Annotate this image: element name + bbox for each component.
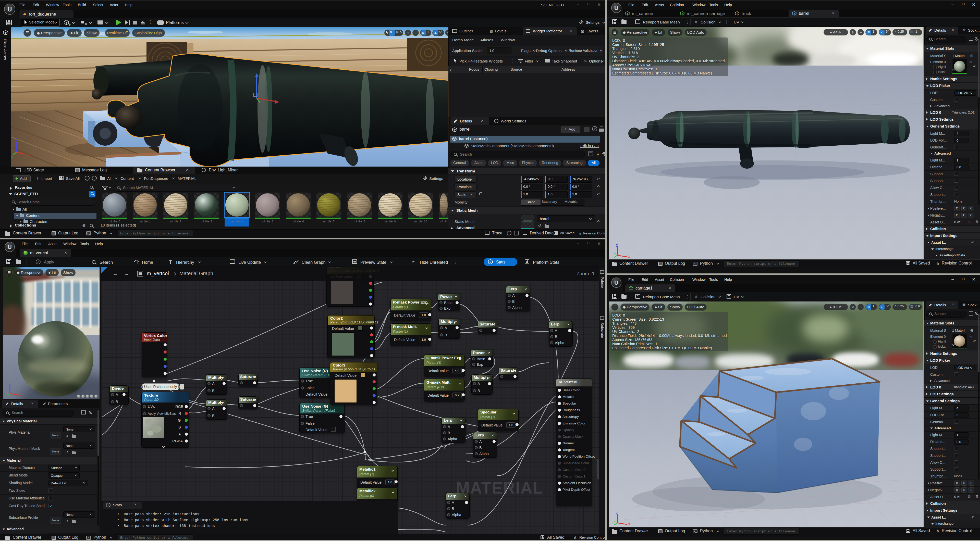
svg-text:Z: Z <box>616 244 617 247</box>
svg-text:Z: Z <box>8 383 10 386</box>
svg-text:Z: Z <box>15 138 17 141</box>
svg-text:Y: Y <box>11 155 14 159</box>
svg-text:Y: Y <box>6 391 9 394</box>
svg-text:Y: Y <box>614 252 616 256</box>
svg-text:x: x <box>20 393 21 397</box>
svg-text:X: X <box>628 255 630 259</box>
svg-text:X: X <box>628 523 630 526</box>
svg-text:Y: Y <box>614 520 616 524</box>
svg-text:x: x <box>27 152 29 156</box>
svg-text:Z: Z <box>616 512 617 515</box>
